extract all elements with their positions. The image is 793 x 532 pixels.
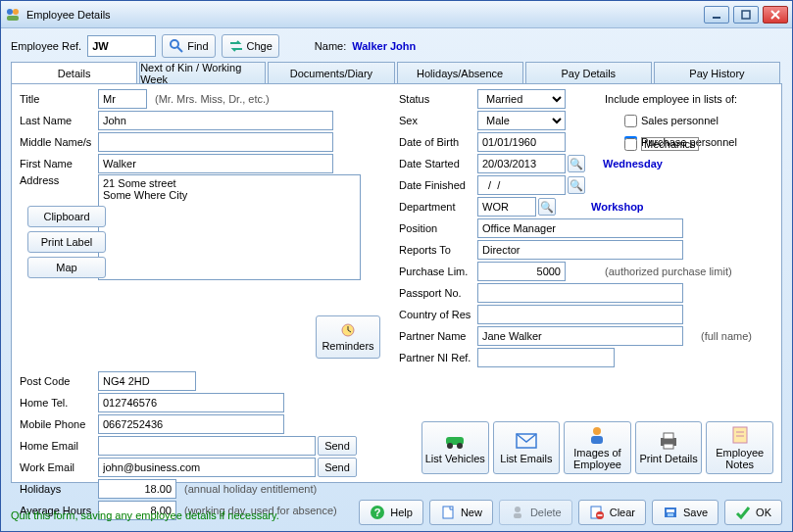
title-input[interactable] xyxy=(98,89,147,109)
homeemail-input[interactable] xyxy=(98,436,316,456)
svg-point-27 xyxy=(515,507,520,512)
purchlim-label: Purchase Lim. xyxy=(399,266,477,277)
images-button[interactable]: Images of Employee xyxy=(564,421,631,474)
tab-holidays[interactable]: Holidays/Absence xyxy=(397,62,523,83)
postcode-input[interactable] xyxy=(98,371,196,391)
tab-next-of-kin[interactable]: Next of Kin / Working Week xyxy=(139,62,266,83)
holidays-input[interactable] xyxy=(98,479,176,499)
new-icon xyxy=(440,505,456,520)
print-details-button[interactable]: Print Details xyxy=(635,421,703,474)
help-button[interactable]: ? Help xyxy=(359,500,423,525)
homeemail-send-button[interactable]: Send xyxy=(318,436,357,456)
tab-pay-history[interactable]: Pay History xyxy=(654,62,780,83)
left-column: Title (Mr. Mrs. Miss, Dr., etc.) Last Na… xyxy=(20,88,382,521)
country-input[interactable] xyxy=(477,305,683,324)
printer-icon xyxy=(657,431,680,451)
svg-point-13 xyxy=(447,443,453,449)
reminders-button[interactable]: Reminders xyxy=(316,315,380,359)
list-vehicles-button[interactable]: List Vehicles xyxy=(421,421,489,474)
status-text: Quit this form, saving any employee deta… xyxy=(11,509,279,521)
clear-button[interactable]: Clear xyxy=(578,500,646,525)
employee-ref-input[interactable] xyxy=(87,35,156,57)
sales-personnel-checkbox[interactable]: Sales personnel xyxy=(624,112,719,129)
finished-input[interactable] xyxy=(477,175,566,195)
tab-documents[interactable]: Documents/Diary xyxy=(268,62,394,83)
window-title: Employee Details xyxy=(26,9,704,21)
svg-point-16 xyxy=(593,427,601,435)
find-button[interactable]: Find xyxy=(162,34,215,58)
svg-rect-33 xyxy=(667,509,674,512)
workemail-send-button[interactable]: Send xyxy=(318,458,357,477)
dob-input[interactable] xyxy=(477,132,566,152)
mail-icon xyxy=(515,431,538,451)
hometel-input[interactable] xyxy=(98,393,284,412)
clipboard-button[interactable]: Clipboard xyxy=(27,206,106,227)
homeemail-label: Home Email xyxy=(20,440,98,452)
employee-details-window: Employee Details Employee Ref. Find Chge… xyxy=(0,0,793,532)
lastname-label: Last Name xyxy=(20,115,98,126)
firstname-input[interactable] xyxy=(98,154,333,173)
title-label: Title xyxy=(20,93,98,105)
employee-name: Walker John xyxy=(352,40,416,52)
dept-lookup-button[interactable]: 🔍 xyxy=(538,198,556,216)
middlename-input[interactable] xyxy=(98,132,333,152)
mechanics-checkbox[interactable]: Mechanics xyxy=(624,135,699,153)
car-icon xyxy=(443,431,467,451)
svg-rect-26 xyxy=(443,507,453,518)
svg-rect-28 xyxy=(514,513,521,518)
purchlim-input[interactable] xyxy=(477,262,566,281)
firstname-label: First Name xyxy=(20,158,98,169)
status-label: Status xyxy=(399,93,477,105)
ok-button[interactable]: OK xyxy=(724,500,782,525)
started-label: Date Started xyxy=(399,158,477,169)
started-input[interactable] xyxy=(477,154,566,173)
tab-details[interactable]: Details xyxy=(11,62,137,83)
delete-button[interactable]: Delete xyxy=(499,500,572,525)
minimize-button[interactable] xyxy=(704,6,729,24)
new-button[interactable]: New xyxy=(429,500,493,525)
partnerni-input[interactable] xyxy=(477,348,615,367)
bottom-button-row: ? Help New Delete Clear Save OK xyxy=(359,500,782,525)
svg-rect-20 xyxy=(664,444,673,449)
include-label: Include employee in lists of: xyxy=(605,93,737,105)
status-select[interactable]: Married xyxy=(477,89,566,109)
check-icon xyxy=(735,505,751,520)
position-input[interactable] xyxy=(477,218,683,238)
reports-input[interactable] xyxy=(477,240,683,260)
notes-button[interactable]: Employee Notes xyxy=(706,421,773,474)
maximize-button[interactable] xyxy=(733,6,759,24)
passport-input[interactable] xyxy=(477,283,683,303)
person-icon xyxy=(585,425,609,445)
started-lookup-button[interactable]: 🔍 xyxy=(568,155,585,172)
print-label-button[interactable]: Print Label xyxy=(27,231,106,253)
dept-name: Workshop xyxy=(591,201,644,213)
clear-icon xyxy=(589,505,605,520)
purchlim-hint: (authorized purchase limit) xyxy=(605,266,732,277)
workemail-input[interactable] xyxy=(98,458,316,477)
search-icon: 🔍 xyxy=(570,179,583,192)
finished-lookup-button[interactable]: 🔍 xyxy=(568,176,585,194)
title-hint: (Mr. Mrs. Miss, Dr., etc.) xyxy=(155,93,270,105)
save-button[interactable]: Save xyxy=(652,500,719,525)
country-label: Country of Res xyxy=(399,309,477,320)
address-input[interactable] xyxy=(98,174,361,280)
change-button[interactable]: Chge xyxy=(222,34,279,58)
mobile-input[interactable] xyxy=(98,414,284,434)
lastname-input[interactable] xyxy=(98,111,333,130)
name-label: Name: xyxy=(315,40,346,52)
employee-ref-row: Employee Ref. Find Chge Name: Walker Joh… xyxy=(1,28,792,62)
position-label: Position xyxy=(399,222,477,234)
svg-point-7 xyxy=(171,40,178,48)
help-icon: ? xyxy=(370,505,385,520)
map-button[interactable]: Map xyxy=(27,257,106,278)
partner-input[interactable] xyxy=(477,326,683,346)
dept-input[interactable] xyxy=(477,197,536,217)
clock-icon xyxy=(340,322,356,338)
close-button[interactable] xyxy=(763,6,788,24)
tab-pay-details[interactable]: Pay Details xyxy=(525,62,652,83)
sex-select[interactable]: Male xyxy=(477,111,566,130)
app-icon xyxy=(5,7,21,23)
list-emails-button[interactable]: List Emails xyxy=(493,421,561,474)
partner-label: Partner Name xyxy=(399,330,477,342)
employee-ref-label: Employee Ref. xyxy=(11,40,81,52)
